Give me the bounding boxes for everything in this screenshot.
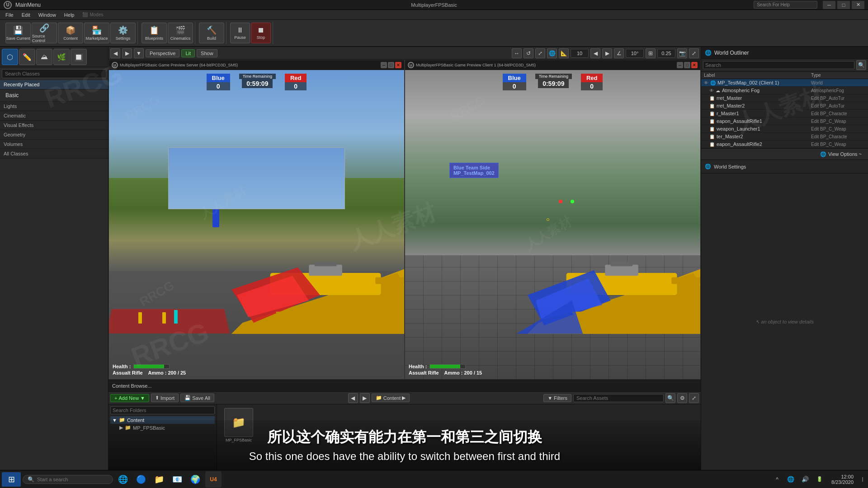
world-local-toggle[interactable]: 🌐 bbox=[547, 48, 557, 58]
filters-button[interactable]: ▼ Filters bbox=[543, 394, 571, 402]
perspective-button[interactable]: Perspective bbox=[146, 49, 179, 57]
cb-settings-icon[interactable]: ⚙ bbox=[677, 393, 687, 403]
grid-size-up[interactable]: ▶ bbox=[602, 48, 612, 58]
mode-terrain[interactable]: ⛰ bbox=[36, 49, 52, 65]
show-button[interactable]: Show bbox=[197, 49, 217, 57]
pause-button[interactable]: ⏸ Pause bbox=[230, 23, 250, 43]
menu-file[interactable]: File bbox=[2, 11, 17, 19]
item-type-3[interactable]: Edit BP_AutoTur bbox=[811, 103, 865, 108]
restore-button[interactable]: □ bbox=[837, 1, 850, 9]
sidebar-visual-effects[interactable]: Visual Effects bbox=[0, 121, 108, 130]
surface-snapping[interactable]: 📐 bbox=[559, 48, 569, 58]
transform-scale[interactable]: ⤢ bbox=[535, 48, 545, 58]
client-minimize[interactable]: ─ bbox=[677, 62, 683, 68]
marketplace-button[interactable]: 🏪 Marketplace bbox=[84, 23, 109, 43]
search-for-help-box[interactable]: Search For Help bbox=[754, 1, 817, 9]
transform-move[interactable]: ↔ bbox=[512, 48, 522, 58]
item-type-6[interactable]: Edit BP_C_Weap bbox=[811, 127, 865, 131]
item-type-8[interactable]: Edit BP_C_Weap bbox=[811, 142, 865, 147]
cb-back-button[interactable]: ◀ bbox=[348, 393, 358, 403]
tray-sound[interactable]: 🔊 bbox=[799, 473, 811, 486]
folder-mp-fps-basic[interactable]: ▶ 📁 MP_FPSBasic bbox=[110, 424, 215, 432]
modes-toggle[interactable]: ⬛ Modes bbox=[82, 12, 103, 17]
item-type-2[interactable]: Edit BP_AutoTur bbox=[811, 96, 865, 101]
outliner-item-1[interactable]: 👁 ☁ Atmospheric Fog AtmosphericFog bbox=[701, 87, 868, 94]
grid-size-down[interactable]: ◀ bbox=[590, 48, 600, 58]
cb-path-button[interactable]: 📁 Content ▶ bbox=[372, 394, 410, 402]
minimize-button[interactable]: ─ bbox=[823, 1, 835, 9]
search-classes-input[interactable] bbox=[2, 69, 106, 78]
server-minimize[interactable]: ─ bbox=[381, 62, 387, 68]
folder-search-input[interactable] bbox=[110, 406, 215, 414]
cinematics-button[interactable]: 🎬 Cinematics bbox=[168, 23, 193, 43]
lit-button[interactable]: Lit bbox=[181, 49, 195, 57]
add-new-button[interactable]: + Add New ▼ bbox=[110, 394, 149, 402]
sidebar-basic[interactable]: Basic bbox=[0, 89, 108, 102]
maximize-viewport[interactable]: ⤢ bbox=[689, 48, 699, 58]
save-all-button[interactable]: 💾 Save All bbox=[180, 394, 214, 402]
taskbar-search-box[interactable]: 🔍 bbox=[23, 475, 113, 484]
menu-window[interactable]: Window bbox=[35, 11, 60, 19]
angle-input[interactable] bbox=[626, 49, 644, 58]
tray-chevron[interactable]: ^ bbox=[772, 474, 783, 485]
outliner-item-5[interactable]: 📋 eapon_AssaultRifle1 Edit BP_C_Weap bbox=[701, 117, 868, 125]
grid-size-input[interactable] bbox=[571, 49, 589, 58]
item-type-7[interactable]: Edit BP_Characte bbox=[811, 134, 865, 139]
show-desktop-button[interactable]: | bbox=[859, 471, 866, 488]
sidebar-volumes[interactable]: Volumes bbox=[0, 140, 108, 149]
taskbar-explorer[interactable]: 📁 bbox=[151, 471, 167, 488]
taskbar-search-input[interactable] bbox=[37, 477, 105, 482]
vp-back-button[interactable]: ◀ bbox=[110, 48, 120, 58]
server-close[interactable]: ✕ bbox=[395, 62, 401, 68]
sidebar-recently-placed[interactable]: Recently Placed bbox=[0, 80, 108, 89]
transform-rotate[interactable]: ↺ bbox=[524, 48, 533, 58]
mode-foliage[interactable]: 🌿 bbox=[53, 49, 70, 65]
outliner-search-input[interactable] bbox=[703, 61, 854, 69]
outliner-item-8[interactable]: 📋 eapon_AssaultRifle2 Edit BP_C_Weap bbox=[701, 141, 868, 148]
scale-input[interactable] bbox=[657, 49, 675, 58]
sidebar-cinematic[interactable]: Cinematic bbox=[0, 111, 108, 121]
sidebar-lights[interactable]: Lights bbox=[0, 102, 108, 111]
cb-search-icon[interactable]: 🔍 bbox=[665, 393, 675, 403]
settings-button[interactable]: ⚙️ Settings bbox=[110, 23, 136, 43]
view-options-button[interactable]: 🌐 View Options ~ bbox=[817, 150, 864, 158]
vp-menu-button[interactable]: ▼ bbox=[134, 48, 144, 58]
world-settings-item[interactable]: 🌐 World Settings bbox=[705, 162, 864, 171]
mode-select[interactable]: ⬡ bbox=[2, 49, 18, 65]
sidebar-geometry[interactable]: Geometry bbox=[0, 130, 108, 140]
taskbar-chrome[interactable]: 🌐 bbox=[115, 471, 131, 488]
import-button[interactable]: ⬆ Import bbox=[151, 394, 179, 402]
outliner-item-6[interactable]: 📋 weapon_Launcher1 Edit BP_C_Weap bbox=[701, 125, 868, 133]
save-current-button[interactable]: 💾 Save Current bbox=[5, 23, 31, 43]
stop-button[interactable]: ⏹ Stop bbox=[251, 23, 271, 43]
taskbar-edge[interactable]: 🔵 bbox=[133, 471, 149, 488]
outliner-search-icon[interactable]: 🔍 bbox=[856, 60, 866, 70]
client-maximize[interactable]: □ bbox=[684, 62, 690, 68]
camera-icon[interactable]: 📷 bbox=[677, 48, 687, 58]
content-button[interactable]: 📦 Content bbox=[58, 23, 83, 43]
blueprints-button[interactable]: 📋 Blueprints bbox=[142, 23, 167, 43]
start-button[interactable]: ⊞ bbox=[2, 472, 21, 487]
item-type-5[interactable]: Edit BP_C_Weap bbox=[811, 119, 865, 124]
tray-battery[interactable]: 🔋 bbox=[813, 473, 826, 486]
angle-icon[interactable]: ∠ bbox=[614, 48, 624, 58]
outliner-item-0[interactable]: 👁 🌐 MP_TestMap_002 (Client 1) World bbox=[701, 79, 868, 87]
server-maximize[interactable]: □ bbox=[388, 62, 394, 68]
build-button[interactable]: 🔨 Build bbox=[199, 23, 224, 43]
client-close[interactable]: ✕ bbox=[691, 62, 698, 68]
close-button[interactable]: ✕ bbox=[852, 1, 864, 9]
outliner-item-3[interactable]: 📋 rret_Master2 Edit BP_AutoTur bbox=[701, 102, 868, 110]
mode-paint[interactable]: ✏️ bbox=[19, 49, 35, 65]
tray-network[interactable]: 🌐 bbox=[784, 473, 797, 486]
folder-content[interactable]: ▼ 📁 Content bbox=[110, 416, 215, 424]
outliner-item-2[interactable]: 📋 rret_Master Edit BP_AutoTur bbox=[701, 94, 868, 102]
outliner-item-4[interactable]: 📋 r_Master1 Edit BP_Characte bbox=[701, 110, 868, 117]
vp-forward-button[interactable]: ▶ bbox=[122, 48, 132, 58]
item-type-4[interactable]: Edit BP_Characte bbox=[811, 111, 865, 116]
outliner-item-7[interactable]: 📋 ter_Master2 Edit BP_Characte bbox=[701, 133, 868, 141]
cb-forward-button[interactable]: ▶ bbox=[360, 393, 370, 403]
taskbar-ue4[interactable]: U4 bbox=[205, 471, 222, 488]
scale-icon[interactable]: ⊞ bbox=[646, 48, 656, 58]
menu-help[interactable]: Help bbox=[61, 11, 78, 19]
asset-mp-fps-basic[interactable]: 📁 MP_FPSBasic bbox=[221, 408, 257, 442]
